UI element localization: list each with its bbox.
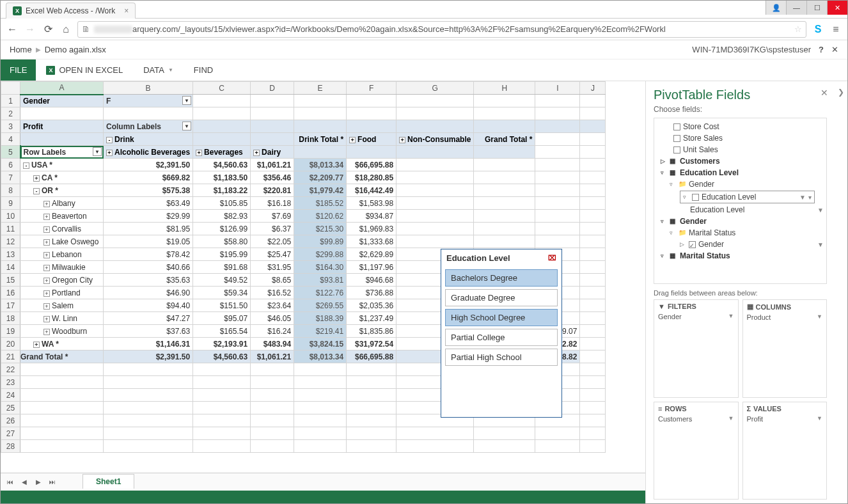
expand-icon[interactable]: + (399, 137, 405, 143)
row-header-5[interactable]: 5 (1, 146, 20, 159)
row-label[interactable]: +Lake Oswego (20, 235, 104, 248)
col-header-A[interactable]: A (20, 82, 104, 95)
collapse-icon[interactable]: - (33, 188, 40, 194)
row-label[interactable]: +Albany (20, 197, 104, 210)
expand-icon[interactable]: + (43, 329, 50, 335)
back-icon[interactable]: ← (6, 23, 19, 36)
data-menu[interactable]: DATA▼ (133, 59, 184, 81)
row-header-4[interactable]: 4 (1, 133, 20, 146)
row-labels-cell[interactable]: Row Labels▼ (20, 146, 104, 159)
row-label[interactable]: Grand Total * (20, 350, 104, 363)
skype-icon[interactable]: S (812, 23, 824, 36)
sheet-next-icon[interactable]: ▶ (33, 476, 44, 488)
filter-dropdown-icon[interactable]: ▼ (93, 147, 102, 156)
row-label[interactable]: +Corvallis (20, 223, 104, 235)
field-item[interactable]: Store Sales (654, 132, 826, 144)
row-label[interactable]: -OR * (20, 184, 104, 197)
expand-icon[interactable]: + (33, 342, 40, 348)
row-header-20[interactable]: 20 (1, 338, 20, 350)
help-icon[interactable]: ? (819, 45, 824, 54)
expand-panel-icon[interactable]: ❯ (838, 88, 844, 97)
row-header-26[interactable]: 26 (1, 414, 20, 427)
row-header-7[interactable]: 7 (1, 171, 20, 184)
expand-icon[interactable]: + (43, 214, 50, 220)
slicer-item[interactable]: Bachelors Degree (445, 269, 558, 287)
row-header-11[interactable]: 11 (1, 223, 20, 235)
row-header-16[interactable]: 16 (1, 287, 20, 299)
menu-icon[interactable]: ≡ (829, 23, 842, 36)
spreadsheet-grid[interactable]: ABCDEFGHIJ1GenderF▼23ProfitColumn Labels… (1, 81, 645, 473)
expand-icon[interactable]: + (43, 290, 50, 297)
filters-area[interactable]: ▼FILTERS Gender▼ (654, 299, 739, 398)
field-item[interactable]: Unit Sales (654, 144, 826, 155)
row-header-22[interactable]: 22 (1, 363, 20, 376)
row-header-28[interactable]: 28 (1, 440, 20, 453)
breadcrumb-file[interactable]: Demo again.xlsx (45, 45, 106, 54)
row-header-18[interactable]: 18 (1, 312, 20, 325)
field-item[interactable]: Store Cost (654, 121, 826, 132)
close-panel-icon[interactable]: ✕ (831, 45, 838, 54)
row-label[interactable]: +W. Linn (20, 312, 104, 325)
row-label[interactable]: +Woodburn (20, 325, 104, 338)
row-header-12[interactable]: 12 (1, 235, 20, 248)
field-folder-gender[interactable]: ▿📁Gender (654, 178, 826, 190)
col-header-F[interactable]: F (347, 82, 397, 95)
row-label[interactable]: +Milwaukie (20, 261, 104, 274)
row-header-9[interactable]: 9 (1, 197, 20, 210)
expand-icon[interactable]: + (253, 150, 260, 156)
home-icon[interactable]: ⌂ (59, 23, 72, 36)
col-header-J[interactable]: J (580, 82, 606, 95)
row-header-2[interactable]: 2 (1, 107, 20, 120)
user-icon[interactable]: 👤 (766, 1, 786, 15)
expand-icon[interactable]: + (43, 226, 50, 233)
row-header-14[interactable]: 14 (1, 261, 20, 274)
expand-icon[interactable]: + (43, 252, 50, 258)
slicer-item[interactable]: Graduate Degree (445, 289, 558, 306)
education-level-slicer[interactable]: Education Level ⌧ Bachelors DegreeGradua… (441, 249, 562, 418)
col-header-D[interactable]: D (251, 82, 294, 95)
col-header-E[interactable]: E (294, 82, 347, 95)
field-gender-leaf[interactable]: ▷Gender▼ (654, 239, 826, 250)
expand-icon[interactable]: + (43, 316, 50, 322)
field-education-level[interactable]: ▿Education Level▼▾ (680, 191, 815, 203)
row-label[interactable]: +Beaverton (20, 210, 104, 223)
sheet-prev-icon[interactable]: ◀ (19, 476, 30, 488)
panel-close-icon[interactable]: ✕ (821, 88, 828, 98)
file-button[interactable]: FILE (1, 59, 36, 81)
sheet-last-icon[interactable]: ⏭ (47, 476, 58, 488)
col-header-C[interactable]: C (193, 82, 251, 95)
expand-icon[interactable]: + (43, 239, 50, 246)
field-group-gender[interactable]: ▿▦Gender (654, 216, 826, 227)
col-header-H[interactable]: H (474, 82, 535, 95)
values-area[interactable]: ΣVALUES Profit▼ (742, 402, 828, 500)
maximize-button[interactable]: ☐ (806, 1, 827, 15)
find-button[interactable]: FIND (184, 59, 223, 81)
col-header-G[interactable]: G (397, 82, 474, 95)
row-header-23[interactable]: 23 (1, 376, 20, 389)
row-header-24[interactable]: 24 (1, 389, 20, 402)
row-header-3[interactable]: 3 (1, 120, 20, 133)
slicer-item[interactable]: High School Degree (445, 309, 558, 326)
col-header-I[interactable]: I (535, 82, 580, 95)
slicer-item[interactable]: Partial College (445, 329, 558, 346)
row-label[interactable]: +Oregon City (20, 274, 104, 287)
field-folder-marital-status[interactable]: ▿📁Marital Status (654, 227, 826, 239)
breadcrumb-home[interactable]: Home (10, 45, 32, 54)
expand-icon[interactable]: + (43, 278, 50, 284)
expand-icon[interactable]: + (196, 150, 202, 156)
field-group-marital-status[interactable]: ▿▦Marital Status (654, 250, 826, 262)
filter-dropdown-icon[interactable]: ▼ (182, 122, 191, 130)
tab-close-icon[interactable]: × (124, 6, 129, 15)
filter-dropdown-icon[interactable]: ▼ (182, 96, 191, 105)
browser-tab[interactable]: X Excel Web Access - /Work × (6, 3, 136, 19)
sheet-tab[interactable]: Sheet1 (82, 474, 134, 489)
row-label[interactable]: +Salem (20, 299, 104, 312)
minimize-button[interactable]: — (786, 1, 806, 15)
clear-filter-icon[interactable]: ⌧ (548, 254, 556, 262)
row-header-8[interactable]: 8 (1, 184, 20, 197)
rows-area[interactable]: ≡ROWS Customers▼ (654, 402, 739, 500)
open-in-excel-button[interactable]: X OPEN IN EXCEL (36, 59, 133, 81)
row-header-25[interactable]: 25 (1, 402, 20, 414)
row-header-15[interactable]: 15 (1, 274, 20, 287)
col-header-B[interactable]: B (104, 82, 193, 95)
